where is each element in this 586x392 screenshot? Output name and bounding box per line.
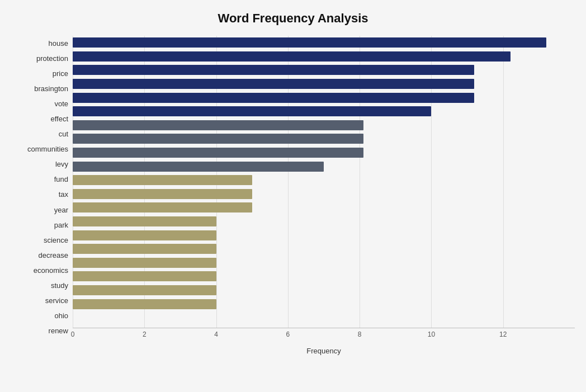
y-axis: houseprotectionpricebrasingtonvoteeffect… bbox=[11, 36, 73, 355]
y-label: price bbox=[53, 68, 68, 80]
bar-row bbox=[73, 284, 575, 296]
y-label: effect bbox=[50, 113, 68, 125]
bar bbox=[73, 202, 252, 212]
y-label: levy bbox=[55, 158, 68, 171]
y-label: science bbox=[44, 234, 68, 246]
bar bbox=[73, 230, 216, 240]
y-label: year bbox=[54, 204, 68, 216]
x-tick: 8 bbox=[358, 330, 362, 338]
bar-row bbox=[73, 64, 575, 76]
bar-row bbox=[73, 243, 575, 255]
y-label: economics bbox=[34, 264, 68, 276]
bar bbox=[73, 162, 324, 172]
bars-area: 024681012 Frequency bbox=[73, 36, 575, 355]
y-label: protection bbox=[36, 53, 68, 65]
x-tick: 4 bbox=[214, 330, 218, 338]
y-label: decrease bbox=[39, 249, 68, 261]
bars-inner bbox=[73, 36, 575, 328]
bar bbox=[73, 189, 252, 199]
bar-row bbox=[73, 160, 575, 173]
bar bbox=[73, 285, 216, 295]
bar-row bbox=[73, 174, 575, 186]
y-label: park bbox=[54, 219, 68, 231]
bar bbox=[73, 271, 216, 281]
bar bbox=[73, 120, 363, 130]
bar-row bbox=[73, 92, 575, 104]
y-label: house bbox=[49, 37, 68, 50]
y-label: cut bbox=[59, 128, 68, 140]
y-label: renew bbox=[49, 324, 68, 337]
bar bbox=[73, 258, 216, 268]
x-tick: 6 bbox=[286, 330, 290, 338]
y-label: communities bbox=[27, 143, 68, 155]
y-label: service bbox=[45, 294, 68, 306]
bar-row bbox=[73, 229, 575, 242]
bar bbox=[73, 37, 546, 48]
bar bbox=[73, 216, 216, 226]
bar-row bbox=[73, 257, 575, 269]
bar bbox=[73, 175, 252, 185]
y-label: ohio bbox=[54, 309, 68, 322]
bar bbox=[73, 65, 474, 75]
bar-row bbox=[73, 36, 575, 49]
bar-row bbox=[73, 201, 575, 214]
bar-row bbox=[73, 270, 575, 282]
x-tick: 10 bbox=[428, 330, 435, 338]
bar bbox=[73, 299, 216, 309]
x-axis: 024681012 bbox=[73, 328, 575, 344]
x-tick: 2 bbox=[143, 330, 146, 338]
y-label: fund bbox=[54, 173, 68, 186]
bar-row bbox=[73, 119, 575, 131]
y-label: study bbox=[51, 279, 68, 291]
bar bbox=[73, 134, 363, 144]
bar bbox=[73, 244, 216, 254]
x-axis-label: Frequency bbox=[73, 347, 575, 355]
bar bbox=[73, 93, 474, 103]
bar bbox=[73, 148, 363, 158]
chart-container: Word Frequency Analysis houseprotectionp… bbox=[0, 0, 586, 392]
bar-row bbox=[73, 78, 575, 90]
bar-row bbox=[73, 50, 575, 63]
chart-title: Word Frequency Analysis bbox=[11, 11, 575, 26]
bar-row bbox=[73, 105, 575, 117]
bar bbox=[73, 106, 431, 116]
bar-row bbox=[73, 147, 575, 159]
y-label: brasington bbox=[34, 83, 68, 95]
bar bbox=[73, 79, 474, 89]
y-label: tax bbox=[59, 188, 68, 201]
x-tick: 0 bbox=[71, 330, 75, 338]
bar-row bbox=[73, 133, 575, 145]
bar bbox=[73, 51, 511, 62]
x-tick: 12 bbox=[499, 330, 507, 338]
y-label: vote bbox=[54, 98, 68, 110]
bar-row bbox=[73, 215, 575, 228]
bar-row bbox=[73, 298, 575, 310]
bar-row bbox=[73, 188, 575, 200]
